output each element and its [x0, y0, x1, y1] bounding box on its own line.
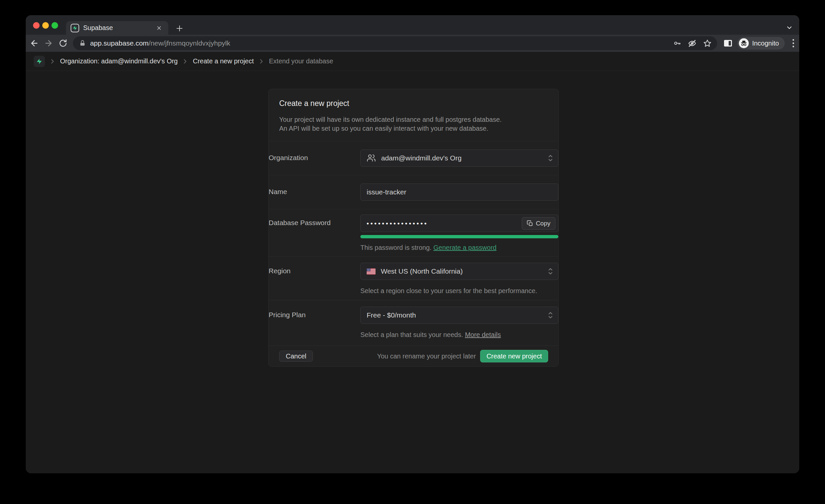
card-footer: Cancel You can rename your project later… [269, 346, 558, 366]
breadcrumb-create-project[interactable]: Create a new project [193, 57, 254, 65]
name-label: Name [269, 184, 360, 196]
organization-value: adam@windmill.dev's Org [381, 154, 462, 162]
password-input[interactable]: •••••••••••••••• Copy [360, 215, 558, 232]
password-strength-text: This password is strong. [360, 244, 432, 251]
bookmark-star-icon[interactable] [702, 38, 712, 48]
users-icon [367, 153, 376, 163]
organization-select[interactable]: adam@windmill.dev's Org [360, 149, 558, 167]
chevron-right-icon [181, 58, 189, 65]
tab-search-chevron-icon[interactable] [784, 22, 795, 33]
url-bar[interactable]: app.supabase.com/new/jfnsmqoynldvxjyhpyl… [73, 36, 717, 50]
select-chevrons-icon [547, 266, 554, 276]
create-project-card: Create a new project Your project will h… [268, 89, 559, 367]
browser-window: Supabase [26, 15, 799, 473]
supabase-favicon-icon [71, 24, 79, 32]
breadcrumb-extend-database[interactable]: Extend your database [269, 57, 333, 65]
minimize-window-button[interactable] [42, 22, 49, 29]
zoom-window-button[interactable] [52, 22, 58, 29]
breadcrumb-organization[interactable]: Organization: adam@windmill.dev's Org [60, 57, 177, 65]
create-new-project-button[interactable]: Create new project [480, 350, 548, 362]
card-header: Create a new project Your project will h… [269, 89, 558, 141]
copy-password-button[interactable]: Copy [522, 217, 555, 230]
chevron-right-icon [258, 58, 265, 65]
rename-note: You can rename your project later [377, 353, 476, 360]
url-domain: app.supabase.com [90, 39, 149, 47]
incognito-icon [739, 38, 749, 48]
pricing-field-group: Free - $0/month Select a plan that suits… [360, 307, 558, 339]
desktop-background: Supabase [0, 0, 825, 504]
password-row: Database Password •••••••••••••••• Copy [269, 209, 558, 257]
reload-icon[interactable] [57, 37, 70, 50]
main-content: Create a new project Your project will h… [26, 71, 799, 473]
new-tab-button[interactable] [174, 23, 185, 34]
us-flag-icon [367, 268, 376, 275]
breadcrumb: Organization: adam@windmill.dev's Org Cr… [26, 52, 799, 71]
name-row: Name issue-tracker [269, 175, 558, 209]
browser-toolbar: app.supabase.com/new/jfnsmqoynldvxjyhpyl… [26, 34, 799, 52]
select-chevrons-icon [547, 153, 554, 163]
name-input[interactable]: issue-tracker [360, 184, 558, 201]
region-helper-text: Select a region close to your users for … [360, 287, 558, 295]
card-title: Create a new project [279, 99, 548, 108]
region-value: West US (North California) [381, 267, 463, 275]
region-field-group: West US (North California) Select a regi… [360, 263, 558, 295]
more-details-link[interactable]: More details [465, 331, 501, 338]
browser-tab-supabase[interactable]: Supabase [66, 21, 168, 34]
page-body: Organization: adam@windmill.dev's Org Cr… [26, 52, 799, 473]
incognito-badge: Incognito [737, 37, 785, 50]
card-description-line1: Your project will have its own dedicated… [279, 115, 548, 124]
pricing-label: Pricing Plan [269, 307, 360, 319]
back-icon[interactable] [28, 37, 41, 50]
close-window-button[interactable] [33, 22, 40, 29]
password-field-group: •••••••••••••••• Copy This password is s… [360, 215, 558, 251]
password-helper: This password is strong. Generate a pass… [360, 244, 558, 251]
region-row: Region West US (North California) [269, 257, 558, 300]
eye-off-icon[interactable] [687, 38, 697, 48]
tab-title: Supabase [83, 24, 154, 32]
url-text: app.supabase.com/new/jfnsmqoynldvxjyhpyl… [90, 39, 230, 47]
cancel-button[interactable]: Cancel [279, 351, 313, 362]
supabase-logo-icon[interactable] [34, 56, 45, 67]
organization-row: Organization adam@windmill.dev's Org [269, 141, 558, 175]
side-panel-icon[interactable] [722, 37, 735, 50]
pricing-value: Free - $0/month [367, 311, 416, 319]
region-select[interactable]: West US (North California) [360, 263, 558, 280]
organization-label: Organization [269, 149, 360, 162]
pricing-helper: Select a plan that suits your needs. Mor… [360, 331, 558, 339]
pricing-helper-text: Select a plan that suits your needs. [360, 331, 463, 338]
password-label: Database Password [269, 215, 360, 227]
lock-icon [79, 40, 86, 47]
region-label: Region [269, 263, 360, 275]
card-description-line2: An API will be set up so you can easily … [279, 124, 548, 133]
name-value: issue-tracker [367, 188, 406, 196]
copy-button-label: Copy [536, 220, 550, 227]
password-masked-value: •••••••••••••••• [367, 220, 428, 227]
incognito-label: Incognito [752, 40, 779, 47]
pricing-select[interactable]: Free - $0/month [360, 307, 558, 324]
select-chevrons-icon [547, 310, 554, 320]
titlebar: Supabase [26, 15, 799, 34]
card-description: Your project will have its own dedicated… [279, 115, 548, 133]
chevron-right-icon [49, 58, 56, 65]
url-path: /new/jfnsmqoynldvxjyhpylk [149, 39, 230, 47]
password-strength-bar [360, 235, 558, 238]
password-key-icon[interactable] [672, 38, 682, 48]
browser-menu-icon[interactable] [788, 37, 799, 50]
pricing-row: Pricing Plan Free - $0/month Select a pl… [269, 300, 558, 346]
generate-password-link[interactable]: Generate a password [433, 244, 496, 251]
tab-close-icon[interactable] [154, 23, 164, 33]
forward-icon[interactable] [42, 37, 56, 50]
